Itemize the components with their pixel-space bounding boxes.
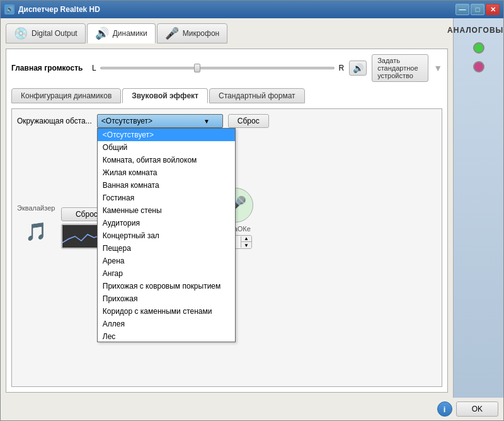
mute-icon: 🔊 — [353, 63, 364, 73]
connector-green — [473, 42, 484, 54]
volume-left: L — [92, 64, 96, 72]
env-label: Окружающая обста... — [17, 117, 92, 125]
env-dropdown[interactable]: <Отсутствует> ▼ — [97, 114, 223, 128]
device-tabs: 💿 Digital Output 🔊 Динамики 🎤 Микрофон — [6, 23, 448, 43]
sub-tab-format[interactable]: Стандартный формат — [209, 88, 305, 103]
dropdown-item-9[interactable]: Пещера — [98, 242, 235, 255]
sub-tab-config[interactable]: Конфигурация динамиков — [11, 88, 121, 103]
dropdown-item-5[interactable]: Гостиная — [98, 192, 235, 204]
karaoke-decrement[interactable]: ▼ — [241, 242, 251, 248]
sub-tabs: Конфигурация динамиков Звуковой эффект С… — [11, 88, 442, 103]
dropdown-item-1[interactable]: Общий — [98, 141, 235, 154]
dropdown-item-3[interactable]: Жилая комната — [98, 166, 235, 179]
volume-right: R — [338, 64, 344, 72]
analog-label: АНАЛОГОВЫЙ — [447, 26, 503, 35]
dropdown-item-8[interactable]: Концертный зал — [98, 229, 235, 242]
dropdown-item-10[interactable]: Арена — [98, 255, 235, 267]
dropdown-item-0[interactable]: <Отсутствует> — [98, 129, 235, 141]
volume-control: L R — [92, 64, 344, 72]
spinner-arrows: ▲ ▼ — [241, 236, 251, 248]
env-selected-text: <Отсутствует> — [101, 117, 152, 125]
dropdown-item-16[interactable]: Лес — [98, 330, 235, 342]
tab-digital[interactable]: 💿 Digital Output — [6, 23, 86, 43]
app-icon: 🔊 — [4, 4, 14, 14]
dropdown-item-11[interactable]: Ангар — [98, 267, 235, 280]
dropdown-item-6[interactable]: Каменные стены — [98, 204, 235, 217]
dropdown-item-4[interactable]: Ванная комната — [98, 179, 235, 192]
tab-mic-label: Микрофон — [183, 29, 219, 38]
env-dropdown-arrow: ▼ — [203, 118, 210, 125]
mute-button[interactable]: 🔊 — [349, 61, 367, 76]
dropdown-item-14[interactable]: Коридор с каменными стенами — [98, 305, 235, 318]
volume-label: Главная громкость — [11, 64, 87, 72]
mic-icon: 🎤 — [165, 26, 179, 40]
volume-thumb[interactable] — [194, 64, 200, 72]
volume-slider[interactable] — [100, 67, 335, 69]
maximize-button[interactable]: □ — [471, 4, 484, 15]
default-device-dropdown-arrow[interactable]: ▼ — [433, 63, 442, 73]
tab-mic[interactable]: 🎤 Микрофон — [157, 23, 227, 43]
equalizer-section: Эквалайзер 🎵 — [17, 204, 55, 249]
right-panel: АНАЛОГОВЫЙ — [453, 18, 503, 398]
digital-icon: 💿 — [14, 26, 28, 40]
sub-tab-effect[interactable]: Звуковой эффект — [122, 88, 208, 103]
tab-speakers[interactable]: 🔊 Динамики — [87, 23, 156, 43]
karaoke-increment[interactable]: ▲ — [241, 236, 251, 242]
connector-pink — [473, 61, 484, 72]
close-button[interactable]: ✕ — [486, 4, 500, 15]
dropdown-item-15[interactable]: Аллея — [98, 318, 235, 330]
minimize-button[interactable]: — — [455, 4, 469, 15]
content-area: 💿 Digital Output 🔊 Динамики 🎤 Микрофон Г… — [1, 18, 503, 398]
env-reset-button[interactable]: Сброс — [228, 114, 269, 128]
effect-panel: Окружающая обста... <Отсутствует> ▼ <Отс… — [11, 108, 442, 387]
default-device-button[interactable]: Задать стандартное устройство — [372, 54, 428, 82]
tab-digital-label: Digital Output — [32, 29, 77, 38]
main-panel: 💿 Digital Output 🔊 Динамики 🎤 Микрофон Г… — [1, 18, 453, 398]
ok-button[interactable]: OK — [456, 401, 498, 417]
env-dropdown-list: <Отсутствует> Общий Комната, обитая войл… — [97, 128, 236, 342]
env-dropdown-container: <Отсутствует> ▼ <Отсутствует> Общий Комн… — [97, 114, 223, 128]
titlebar-controls: — □ ✕ — [455, 4, 500, 15]
dropdown-item-12[interactable]: Прихожая с ковровым покрытием — [98, 280, 235, 292]
bottom-bar: i OK — [1, 398, 503, 420]
inner-panel: Главная громкость L R 🔊 Задать стандартн… — [6, 49, 448, 393]
dropdown-item-7[interactable]: Аудитория — [98, 217, 235, 229]
environment-row: Окружающая обста... <Отсутствует> ▼ <Отс… — [17, 114, 437, 128]
speakers-icon: 🔊 — [95, 26, 109, 40]
eq-label: Эквалайзер — [17, 204, 55, 212]
main-window: 🔊 Диспетчер Realtek HD — □ ✕ 💿 Digital O… — [0, 0, 504, 421]
titlebar: 🔊 Диспетчер Realtek HD — □ ✕ — [1, 1, 503, 18]
tab-speakers-label: Динамики — [113, 29, 147, 38]
info-button[interactable]: i — [437, 401, 452, 417]
dropdown-item-2[interactable]: Комната, обитая войлоком — [98, 154, 235, 166]
eq-person-icon: 🎵 — [19, 214, 54, 249]
dropdown-item-13[interactable]: Прихожая — [98, 292, 235, 305]
window-title: Диспетчер Realtek HD — [18, 5, 100, 14]
